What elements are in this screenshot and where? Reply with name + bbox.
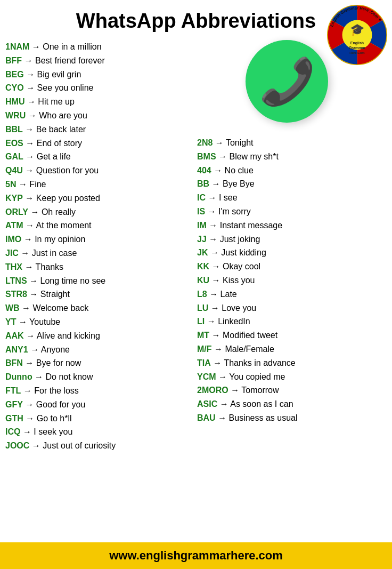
abbr-key: HMU bbox=[5, 97, 24, 106]
abbr-val: Straight bbox=[40, 290, 70, 299]
abbr-val: Question for you bbox=[36, 166, 99, 175]
list-item: WB → Welcome back bbox=[5, 302, 197, 315]
abbr-key: JIC bbox=[5, 249, 19, 258]
abbr-key: IS bbox=[197, 207, 205, 216]
abbr-arrow: → bbox=[218, 152, 227, 161]
list-item: GTH → Go to h*ll bbox=[5, 412, 197, 426]
abbr-val: Thanks bbox=[36, 262, 63, 271]
abbr-key: L8 bbox=[197, 290, 207, 299]
list-item: BBL → Be back later bbox=[5, 123, 197, 137]
abbr-val: Just kidding bbox=[221, 248, 266, 257]
abbr-val: LinkedIn bbox=[218, 317, 250, 326]
svg-text:Grammar: Grammar bbox=[349, 46, 365, 50]
abbr-val: I seek you bbox=[34, 427, 72, 436]
list-item: 404 → No clue bbox=[197, 164, 387, 178]
abbr-key: FTL bbox=[5, 386, 21, 395]
footer: www.englishgrammarhere.com bbox=[0, 542, 392, 569]
list-item: GFY → Good for you bbox=[5, 398, 197, 412]
abbr-key: WB bbox=[5, 303, 20, 312]
list-item: YT → Youtube bbox=[5, 316, 197, 329]
abbr-arrow: → bbox=[231, 386, 239, 395]
list-item: ATM → At the moment bbox=[5, 219, 197, 233]
abbr-key: ATM bbox=[5, 221, 23, 230]
abbr-val: Just in case bbox=[32, 249, 77, 258]
abbr-val: Who are you bbox=[39, 111, 87, 120]
abbr-key: BFN bbox=[5, 358, 23, 367]
footer-url: www.englishgrammarhere.com bbox=[109, 549, 283, 562]
page: WhatsApp Abbreviations 🎓 English Grammar… bbox=[0, 0, 392, 569]
abbr-val: Long time no see bbox=[40, 276, 106, 285]
abbr-key: KK bbox=[197, 262, 209, 271]
abbr-arrow: → bbox=[24, 235, 32, 244]
abbr-arrow: → bbox=[210, 248, 219, 257]
svg-text:English: English bbox=[350, 41, 364, 45]
list-item: LU → Love you bbox=[197, 302, 387, 315]
list-item: ANY1 → Anyone bbox=[5, 343, 197, 357]
abbr-key: BEG bbox=[5, 70, 24, 79]
abbr-val: In my opinion bbox=[35, 235, 85, 244]
abbr-arrow: → bbox=[30, 345, 39, 354]
abbr-arrow: → bbox=[32, 42, 40, 51]
abbr-key: ICQ bbox=[5, 427, 20, 436]
abbr-arrow: → bbox=[32, 441, 40, 450]
abbr-key: BAU bbox=[197, 413, 216, 422]
abbr-arrow: → bbox=[25, 194, 34, 203]
abbr-val: Get a life bbox=[37, 152, 71, 161]
list-item: IMO → In my opinion bbox=[5, 233, 197, 246]
abbr-arrow: → bbox=[26, 83, 35, 92]
abbr-val: Do not know bbox=[46, 372, 93, 381]
list-item: BEG → Big evil grin bbox=[5, 68, 197, 82]
abbr-key: KYP bbox=[5, 194, 23, 203]
list-item: IC → I see bbox=[197, 191, 387, 205]
abbr-arrow: → bbox=[26, 414, 34, 423]
abbr-val: Kiss you bbox=[223, 276, 255, 285]
list-item: BFF → Best friend forever bbox=[5, 54, 197, 68]
abbr-arrow: → bbox=[218, 372, 227, 381]
badge: 🎓 English Grammar Here.Com English Gramm… bbox=[326, 4, 388, 66]
abbr-key: WRU bbox=[5, 111, 26, 120]
abbr-arrow: → bbox=[22, 303, 30, 312]
abbr-arrow: → bbox=[212, 179, 220, 188]
phone-icon: 📞 bbox=[259, 55, 315, 108]
abbr-arrow: → bbox=[26, 139, 34, 148]
abbr-arrow: → bbox=[27, 97, 36, 106]
list-item: BAU → Business as usual bbox=[197, 412, 387, 425]
abbr-val: See you online bbox=[37, 83, 94, 92]
abbr-val: One in a million bbox=[43, 42, 101, 51]
list-item: LI → LinkedIn bbox=[197, 315, 387, 328]
abbr-arrow: → bbox=[29, 276, 38, 285]
abbr-arrow: → bbox=[220, 399, 228, 408]
list-item: BMS → Blew my sh*t bbox=[197, 150, 387, 164]
abbr-arrow: → bbox=[23, 386, 32, 395]
abbr-key: 1NAM bbox=[5, 42, 29, 51]
abbr-key: GFY bbox=[5, 400, 23, 409]
abbr-arrow: → bbox=[35, 372, 43, 381]
list-item: ICQ → I seek you bbox=[5, 426, 197, 439]
list-item: HMU → Hit me up bbox=[5, 95, 197, 109]
abbr-val: Thanks in advance bbox=[224, 358, 295, 367]
abbr-val: Late bbox=[220, 290, 237, 299]
abbr-key: ANY1 bbox=[5, 345, 28, 354]
abbr-arrow: → bbox=[25, 358, 34, 367]
abbr-arrow: → bbox=[24, 56, 33, 65]
abbr-val: Blew my sh*t bbox=[229, 152, 278, 161]
abbr-key: IC bbox=[197, 193, 206, 202]
abbr-arrow: → bbox=[26, 331, 35, 340]
abbr-val: Bye Bye bbox=[223, 179, 255, 188]
list-item: THX → Thanks bbox=[5, 261, 197, 274]
list-item: 2MORO → Tomorrow bbox=[197, 384, 387, 397]
abbr-val: For the loss bbox=[34, 386, 79, 395]
abbr-arrow: → bbox=[25, 125, 34, 134]
abbr-arrow: → bbox=[30, 207, 39, 217]
list-item: 5N → Fine bbox=[5, 178, 197, 191]
abbr-val: Love you bbox=[222, 303, 256, 312]
abbr-arrow: → bbox=[208, 207, 216, 216]
abbr-val: Just joking bbox=[220, 235, 260, 244]
abbr-arrow: → bbox=[212, 262, 220, 271]
abbr-val: At the moment bbox=[36, 221, 91, 230]
list-item: TIA → Thanks in advance bbox=[197, 357, 387, 370]
list-item: AAK → Alive and kicking bbox=[5, 330, 197, 343]
abbr-val: Fine bbox=[29, 180, 46, 189]
abbr-val: End of story bbox=[37, 139, 82, 148]
abbr-arrow: → bbox=[218, 413, 226, 422]
